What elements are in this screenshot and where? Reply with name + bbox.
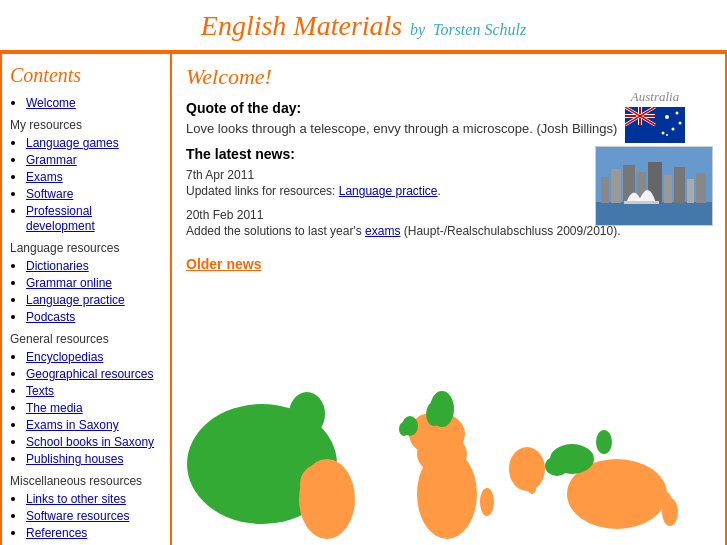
australia-flag xyxy=(625,107,685,143)
sidebar-link-texts[interactable]: Texts xyxy=(26,384,54,398)
svg-rect-18 xyxy=(601,177,609,203)
list-item: School books in Saxony xyxy=(26,434,162,449)
sidebar-general-resources-list: Encyclopedias Geographical resources Tex… xyxy=(10,349,162,466)
list-item: Grammar online xyxy=(26,275,162,290)
svg-point-14 xyxy=(662,132,665,135)
svg-rect-19 xyxy=(611,169,621,203)
news-link-language-practice[interactable]: Language practice xyxy=(339,184,438,198)
list-item: Exams in Saxony xyxy=(26,417,162,432)
sidebar-link-dictionaries[interactable]: Dictionaries xyxy=(26,259,89,273)
world-map-area xyxy=(172,354,725,545)
older-news-link[interactable]: Older news xyxy=(186,256,261,272)
sidebar-link-grammar-online[interactable]: Grammar online xyxy=(26,276,112,290)
svg-point-48 xyxy=(545,456,569,476)
sidebar-link-publishing-houses[interactable]: Publishing houses xyxy=(26,452,123,466)
sidebar-link-grammar[interactable]: Grammar xyxy=(26,153,77,167)
list-item: Geographical resources xyxy=(26,366,162,381)
news-text-2: Added the solutions to last year's exams… xyxy=(186,224,711,238)
list-item: Publishing houses xyxy=(26,451,162,466)
sidebar-link-references[interactable]: References xyxy=(26,526,87,540)
sidebar-link-encyclopedias[interactable]: Encyclopedias xyxy=(26,350,103,364)
sidebar-link-the-media[interactable]: The media xyxy=(26,401,83,415)
sidebar-section-general-resources: General resources xyxy=(10,332,162,346)
world-map-svg xyxy=(172,354,725,545)
list-item: Links to other sites xyxy=(26,491,162,506)
list-item: Grammar xyxy=(26,152,162,167)
svg-point-12 xyxy=(679,122,682,125)
content-area: Welcome! Australia xyxy=(172,54,725,545)
svg-point-52 xyxy=(528,484,536,494)
australia-box: Australia xyxy=(595,89,715,226)
svg-point-13 xyxy=(672,128,675,131)
author-name: Torsten Schulz xyxy=(433,21,526,38)
sidebar-link-language-practice[interactable]: Language practice xyxy=(26,293,125,307)
sidebar-my-resources-list: Language games Grammar Exams Software Pr… xyxy=(10,135,162,233)
list-item: References xyxy=(26,525,162,540)
list-item: Dictionaries xyxy=(26,258,162,273)
sidebar-link-professional-development[interactable]: Professional development xyxy=(26,204,95,233)
welcome-heading: Welcome! xyxy=(186,64,711,90)
svg-point-51 xyxy=(509,447,545,491)
svg-rect-24 xyxy=(674,167,685,203)
sidebar-link-exams-saxony[interactable]: Exams in Saxony xyxy=(26,418,119,432)
sidebar-link-geographical-resources[interactable]: Geographical resources xyxy=(26,367,153,381)
list-item: Encyclopedias xyxy=(26,349,162,364)
svg-point-50 xyxy=(480,488,494,516)
page-header: English Materials by Torsten Schulz xyxy=(0,0,727,52)
sidebar-link-software[interactable]: Software xyxy=(26,187,73,201)
sidebar-welcome-list: Welcome xyxy=(10,95,162,110)
sidebar-section-my-resources: My resources xyxy=(10,118,162,132)
svg-rect-17 xyxy=(596,202,713,226)
news-link-exams[interactable]: exams xyxy=(365,224,400,238)
sidebar: Contents Welcome My resources Language g… xyxy=(2,54,172,545)
australia-label: Australia xyxy=(595,89,715,105)
svg-rect-27 xyxy=(624,201,659,204)
sidebar-link-school-books-saxony[interactable]: School books in Saxony xyxy=(26,435,154,449)
sidebar-link-exams[interactable]: Exams xyxy=(26,170,63,184)
svg-point-40 xyxy=(399,422,409,436)
list-item: Language practice xyxy=(26,292,162,307)
list-item: Software xyxy=(26,186,162,201)
sidebar-link-language-games[interactable]: Language games xyxy=(26,136,119,150)
sidebar-misc-list: Links to other sites Software resources … xyxy=(10,491,162,540)
svg-point-46 xyxy=(660,492,672,512)
sidebar-section-language-resources: Language resources xyxy=(10,241,162,255)
sidebar-language-resources-list: Dictionaries Grammar online Language pra… xyxy=(10,258,162,324)
main-container: Contents Welcome My resources Language g… xyxy=(0,52,727,545)
svg-point-11 xyxy=(676,112,679,115)
sidebar-section-misc-resources: Miscellaneous resources xyxy=(10,474,162,488)
sydney-image xyxy=(595,146,713,226)
svg-rect-23 xyxy=(664,175,672,203)
list-item: Language games xyxy=(26,135,162,150)
svg-point-15 xyxy=(666,134,668,136)
svg-point-10 xyxy=(665,115,669,119)
list-item: The media xyxy=(26,400,162,415)
list-item: Welcome xyxy=(26,95,162,110)
sidebar-link-links-other-sites[interactable]: Links to other sites xyxy=(26,492,126,506)
list-item: Professional development xyxy=(26,203,162,233)
svg-point-38 xyxy=(417,434,467,474)
svg-point-34 xyxy=(300,464,340,504)
sidebar-link-software-resources[interactable]: Software resources xyxy=(26,509,129,523)
list-item: Podcasts xyxy=(26,309,162,324)
news-text-before-1: Updated links for resources: xyxy=(186,184,339,198)
svg-point-32 xyxy=(289,392,325,436)
site-title: English Materials xyxy=(201,10,402,41)
sidebar-link-podcasts[interactable]: Podcasts xyxy=(26,310,75,324)
site-author-byline: by Torsten Schulz xyxy=(406,21,526,38)
sidebar-link-welcome[interactable]: Welcome xyxy=(26,96,76,110)
news-text-before-2: Added the solutions to last year's xyxy=(186,224,365,238)
svg-point-49 xyxy=(596,430,612,454)
list-item: Texts xyxy=(26,383,162,398)
list-item: Exams xyxy=(26,169,162,184)
list-item: Software resources xyxy=(26,508,162,523)
svg-point-42 xyxy=(426,402,442,426)
by-label: by xyxy=(410,21,425,38)
svg-rect-25 xyxy=(687,179,694,203)
svg-rect-26 xyxy=(696,173,706,203)
sidebar-heading: Contents xyxy=(10,64,162,87)
